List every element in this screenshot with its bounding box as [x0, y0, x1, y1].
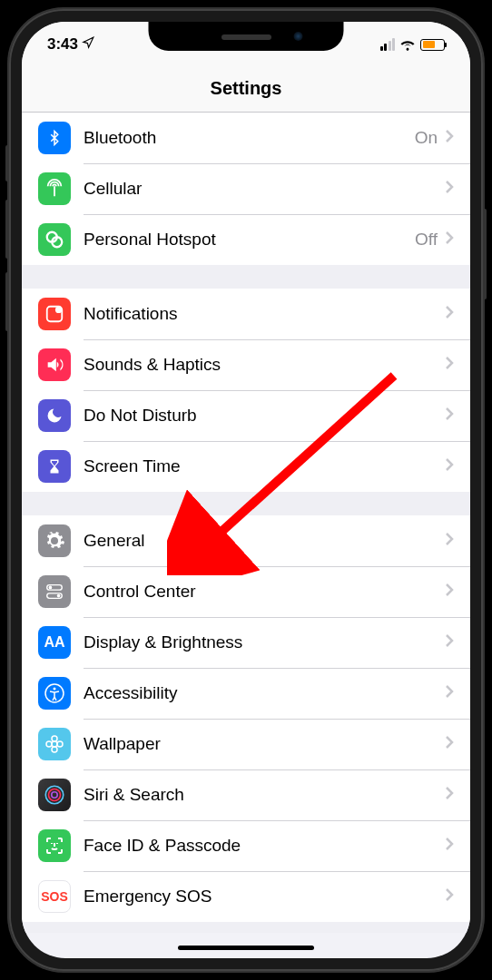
mute-switch: [5, 145, 9, 181]
power-button: [483, 209, 487, 299]
wifi-icon: [399, 38, 416, 51]
svg-point-8: [52, 741, 57, 747]
volume-down-button: [5, 272, 9, 331]
chevron-right-icon: [445, 305, 454, 323]
row-notifications[interactable]: Notifications: [22, 289, 470, 339]
row-sos[interactable]: SOS Emergency SOS: [22, 871, 470, 922]
row-label: Sounds & Haptics: [84, 355, 445, 375]
svg-point-5: [57, 594, 61, 598]
chevron-right-icon: [445, 583, 454, 601]
row-label: Wallpaper: [84, 734, 445, 754]
sos-icon: SOS: [38, 880, 71, 913]
row-cellular[interactable]: Cellular: [22, 163, 470, 214]
accessibility-icon: [38, 677, 71, 710]
row-label: Do Not Disturb: [84, 406, 445, 426]
siri-icon: [38, 779, 71, 811]
chevron-right-icon: [445, 129, 454, 147]
flower-icon: [38, 728, 71, 760]
antenna-icon: [38, 172, 71, 205]
location-arrow-icon: [82, 35, 94, 54]
hourglass-icon: [38, 450, 71, 483]
row-label: Face ID & Passcode: [84, 836, 445, 856]
row-accessibility[interactable]: Accessibility: [22, 668, 470, 719]
row-label: Notifications: [84, 304, 445, 324]
status-left: 3:43: [47, 35, 94, 54]
settings-section-connectivity: Bluetooth On Cellular Personal Hotspot: [22, 113, 470, 265]
chevron-right-icon: [445, 180, 454, 198]
svg-point-10: [52, 747, 57, 752]
status-right: [380, 38, 446, 51]
row-faceid[interactable]: Face ID & Passcode: [22, 820, 470, 871]
row-label: Bluetooth: [84, 128, 415, 148]
row-label: Display & Brightness: [84, 632, 445, 652]
settings-section-notifications: Notifications Sounds & Haptics Do Not Di…: [22, 289, 470, 492]
svg-point-15: [52, 792, 58, 799]
status-time: 3:43: [47, 35, 78, 54]
chevron-right-icon: [445, 407, 454, 425]
moon-icon: [38, 399, 71, 432]
row-siri[interactable]: Siri & Search: [22, 769, 470, 820]
gear-icon: [38, 524, 71, 557]
volume-up-button: [5, 200, 9, 259]
notification-badge-icon: [38, 298, 71, 330]
row-value: Off: [415, 230, 438, 250]
home-indicator[interactable]: [178, 946, 314, 950]
chevron-right-icon: [445, 684, 454, 702]
row-wallpaper[interactable]: Wallpaper: [22, 719, 470, 769]
svg-point-9: [52, 736, 57, 741]
chevron-right-icon: [445, 633, 454, 652]
screen: 3:43 Settings: [22, 22, 470, 958]
chevron-right-icon: [445, 786, 454, 804]
page-title: Settings: [22, 78, 470, 99]
row-screentime[interactable]: Screen Time: [22, 441, 470, 492]
svg-point-12: [57, 741, 63, 747]
link-icon: [38, 223, 71, 256]
row-label: Control Center: [84, 582, 445, 602]
row-label: Screen Time: [84, 456, 445, 476]
row-label: Personal Hotspot: [84, 230, 415, 250]
row-controlcenter[interactable]: Control Center: [22, 566, 470, 617]
chevron-right-icon: [445, 837, 454, 855]
svg-point-1: [55, 307, 62, 313]
chevron-right-icon: [445, 735, 454, 753]
row-display[interactable]: AA Display & Brightness: [22, 617, 470, 668]
bluetooth-icon: [38, 122, 71, 154]
row-value: On: [415, 128, 438, 148]
faceid-icon: [38, 829, 71, 862]
battery-icon: [420, 39, 445, 51]
chevron-right-icon: [445, 887, 454, 906]
row-hotspot[interactable]: Personal Hotspot Off: [22, 214, 470, 265]
row-sounds[interactable]: Sounds & Haptics: [22, 339, 470, 390]
svg-point-3: [49, 586, 53, 590]
settings-list[interactable]: Bluetooth On Cellular Personal Hotspot: [22, 113, 470, 933]
cellular-signal-icon: [380, 38, 396, 51]
row-bluetooth[interactable]: Bluetooth On: [22, 113, 470, 163]
row-dnd[interactable]: Do Not Disturb: [22, 390, 470, 441]
chevron-right-icon: [445, 532, 454, 550]
row-label: Cellular: [84, 179, 445, 199]
aa-icon: AA: [38, 626, 71, 659]
svg-point-14: [49, 789, 61, 801]
svg-point-11: [46, 741, 52, 747]
speaker-icon: [38, 348, 71, 381]
row-label: Siri & Search: [84, 785, 445, 805]
chevron-right-icon: [445, 230, 454, 249]
header: Settings: [22, 67, 470, 113]
chevron-right-icon: [445, 356, 454, 374]
svg-point-7: [54, 688, 56, 691]
row-general[interactable]: General: [22, 515, 470, 566]
row-label: General: [84, 531, 445, 551]
row-label: Accessibility: [84, 683, 445, 703]
switches-icon: [38, 575, 71, 608]
phone-frame: 3:43 Settings: [9, 9, 483, 971]
settings-section-general: General Control Center AA Display & Brig…: [22, 515, 470, 922]
notch: [149, 22, 344, 51]
chevron-right-icon: [445, 457, 454, 475]
row-label: Emergency SOS: [84, 887, 445, 906]
